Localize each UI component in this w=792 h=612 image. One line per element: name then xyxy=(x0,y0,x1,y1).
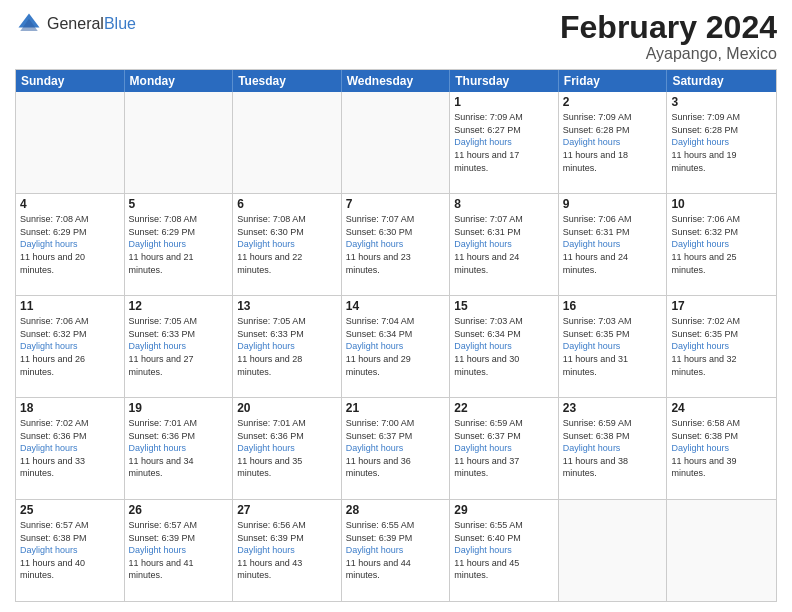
daylight-label: Daylight hours xyxy=(563,443,621,453)
calendar-cell: 3Sunrise: 7:09 AMSunset: 6:28 PMDaylight… xyxy=(667,92,776,193)
daylight-label: Daylight hours xyxy=(237,545,295,555)
cell-info: Sunrise: 7:06 AMSunset: 6:31 PMDaylight … xyxy=(563,213,663,276)
calendar-cell xyxy=(233,92,342,193)
daylight-label: Daylight hours xyxy=(563,239,621,249)
daylight-label: Daylight hours xyxy=(454,239,512,249)
logo-icon xyxy=(15,10,43,38)
calendar-cell: 28Sunrise: 6:55 AMSunset: 6:39 PMDayligh… xyxy=(342,500,451,601)
cell-date: 25 xyxy=(20,503,120,517)
cell-info: Sunrise: 7:08 AMSunset: 6:29 PMDaylight … xyxy=(129,213,229,276)
cell-date: 22 xyxy=(454,401,554,415)
cell-info: Sunrise: 6:56 AMSunset: 6:39 PMDaylight … xyxy=(237,519,337,582)
cell-date: 6 xyxy=(237,197,337,211)
daylight-label: Daylight hours xyxy=(671,239,729,249)
cell-date: 10 xyxy=(671,197,772,211)
cell-info: Sunrise: 6:58 AMSunset: 6:38 PMDaylight … xyxy=(671,417,772,480)
calendar-cell: 1Sunrise: 7:09 AMSunset: 6:27 PMDaylight… xyxy=(450,92,559,193)
cell-info: Sunrise: 7:08 AMSunset: 6:29 PMDaylight … xyxy=(20,213,120,276)
day-headers: SundayMondayTuesdayWednesdayThursdayFrid… xyxy=(16,70,776,92)
daylight-label: Daylight hours xyxy=(346,545,404,555)
calendar-cell: 26Sunrise: 6:57 AMSunset: 6:39 PMDayligh… xyxy=(125,500,234,601)
cell-info: Sunrise: 7:06 AMSunset: 6:32 PMDaylight … xyxy=(671,213,772,276)
cell-date: 18 xyxy=(20,401,120,415)
cell-info: Sunrise: 7:00 AMSunset: 6:37 PMDaylight … xyxy=(346,417,446,480)
cell-info: Sunrise: 6:59 AMSunset: 6:38 PMDaylight … xyxy=(563,417,663,480)
cell-date: 15 xyxy=(454,299,554,313)
cell-date: 28 xyxy=(346,503,446,517)
daylight-label: Daylight hours xyxy=(454,545,512,555)
cell-date: 19 xyxy=(129,401,229,415)
day-header-wednesday: Wednesday xyxy=(342,70,451,92)
calendar-cell: 21Sunrise: 7:00 AMSunset: 6:37 PMDayligh… xyxy=(342,398,451,499)
cell-date: 17 xyxy=(671,299,772,313)
calendar-cell: 16Sunrise: 7:03 AMSunset: 6:35 PMDayligh… xyxy=(559,296,668,397)
calendar-cell xyxy=(667,500,776,601)
daylight-label: Daylight hours xyxy=(346,443,404,453)
cell-info: Sunrise: 7:09 AMSunset: 6:27 PMDaylight … xyxy=(454,111,554,174)
calendar-row-3: 11Sunrise: 7:06 AMSunset: 6:32 PMDayligh… xyxy=(16,296,776,398)
cell-date: 2 xyxy=(563,95,663,109)
cell-info: Sunrise: 7:06 AMSunset: 6:32 PMDaylight … xyxy=(20,315,120,378)
calendar: SundayMondayTuesdayWednesdayThursdayFrid… xyxy=(15,69,777,602)
cell-info: Sunrise: 7:05 AMSunset: 6:33 PMDaylight … xyxy=(237,315,337,378)
calendar-cell: 20Sunrise: 7:01 AMSunset: 6:36 PMDayligh… xyxy=(233,398,342,499)
cell-info: Sunrise: 7:01 AMSunset: 6:36 PMDaylight … xyxy=(129,417,229,480)
cell-date: 23 xyxy=(563,401,663,415)
cell-info: Sunrise: 7:04 AMSunset: 6:34 PMDaylight … xyxy=(346,315,446,378)
calendar-cell: 23Sunrise: 6:59 AMSunset: 6:38 PMDayligh… xyxy=(559,398,668,499)
daylight-label: Daylight hours xyxy=(346,341,404,351)
calendar-cell: 6Sunrise: 7:08 AMSunset: 6:30 PMDaylight… xyxy=(233,194,342,295)
cell-info: Sunrise: 6:55 AMSunset: 6:39 PMDaylight … xyxy=(346,519,446,582)
calendar-cell: 4Sunrise: 7:08 AMSunset: 6:29 PMDaylight… xyxy=(16,194,125,295)
day-header-friday: Friday xyxy=(559,70,668,92)
daylight-label: Daylight hours xyxy=(671,341,729,351)
cell-date: 21 xyxy=(346,401,446,415)
cell-info: Sunrise: 7:07 AMSunset: 6:31 PMDaylight … xyxy=(454,213,554,276)
calendar-cell: 8Sunrise: 7:07 AMSunset: 6:31 PMDaylight… xyxy=(450,194,559,295)
calendar-cell: 19Sunrise: 7:01 AMSunset: 6:36 PMDayligh… xyxy=(125,398,234,499)
cell-date: 16 xyxy=(563,299,663,313)
cell-info: Sunrise: 7:03 AMSunset: 6:34 PMDaylight … xyxy=(454,315,554,378)
calendar-cell: 14Sunrise: 7:04 AMSunset: 6:34 PMDayligh… xyxy=(342,296,451,397)
cell-date: 7 xyxy=(346,197,446,211)
logo-general: General xyxy=(47,15,104,32)
cell-date: 1 xyxy=(454,95,554,109)
calendar-cell: 25Sunrise: 6:57 AMSunset: 6:38 PMDayligh… xyxy=(16,500,125,601)
logo-text: GeneralBlue xyxy=(47,15,136,33)
calendar-row-4: 18Sunrise: 7:02 AMSunset: 6:36 PMDayligh… xyxy=(16,398,776,500)
cell-info: Sunrise: 6:59 AMSunset: 6:37 PMDaylight … xyxy=(454,417,554,480)
daylight-label: Daylight hours xyxy=(20,545,78,555)
cell-info: Sunrise: 6:57 AMSunset: 6:39 PMDaylight … xyxy=(129,519,229,582)
calendar-cell: 29Sunrise: 6:55 AMSunset: 6:40 PMDayligh… xyxy=(450,500,559,601)
cell-date: 13 xyxy=(237,299,337,313)
header: GeneralBlue February 2024 Ayapango, Mexi… xyxy=(15,10,777,63)
day-header-saturday: Saturday xyxy=(667,70,776,92)
calendar-row-2: 4Sunrise: 7:08 AMSunset: 6:29 PMDaylight… xyxy=(16,194,776,296)
daylight-label: Daylight hours xyxy=(454,137,512,147)
calendar-cell: 2Sunrise: 7:09 AMSunset: 6:28 PMDaylight… xyxy=(559,92,668,193)
cell-date: 3 xyxy=(671,95,772,109)
daylight-label: Daylight hours xyxy=(671,137,729,147)
cell-date: 27 xyxy=(237,503,337,517)
cell-info: Sunrise: 7:09 AMSunset: 6:28 PMDaylight … xyxy=(563,111,663,174)
calendar-cell: 17Sunrise: 7:02 AMSunset: 6:35 PMDayligh… xyxy=(667,296,776,397)
logo-blue: Blue xyxy=(104,15,136,32)
cell-date: 12 xyxy=(129,299,229,313)
calendar-cell: 12Sunrise: 7:05 AMSunset: 6:33 PMDayligh… xyxy=(125,296,234,397)
daylight-label: Daylight hours xyxy=(20,341,78,351)
cell-info: Sunrise: 6:55 AMSunset: 6:40 PMDaylight … xyxy=(454,519,554,582)
daylight-label: Daylight hours xyxy=(671,443,729,453)
calendar-cell: 15Sunrise: 7:03 AMSunset: 6:34 PMDayligh… xyxy=(450,296,559,397)
calendar-cell: 24Sunrise: 6:58 AMSunset: 6:38 PMDayligh… xyxy=(667,398,776,499)
cell-date: 20 xyxy=(237,401,337,415)
daylight-label: Daylight hours xyxy=(129,239,187,249)
cell-date: 11 xyxy=(20,299,120,313)
logo: GeneralBlue xyxy=(15,10,136,38)
calendar-cell: 9Sunrise: 7:06 AMSunset: 6:31 PMDaylight… xyxy=(559,194,668,295)
calendar-cell: 10Sunrise: 7:06 AMSunset: 6:32 PMDayligh… xyxy=(667,194,776,295)
calendar-cell: 22Sunrise: 6:59 AMSunset: 6:37 PMDayligh… xyxy=(450,398,559,499)
daylight-label: Daylight hours xyxy=(237,239,295,249)
title-area: February 2024 Ayapango, Mexico xyxy=(560,10,777,63)
cell-date: 8 xyxy=(454,197,554,211)
daylight-label: Daylight hours xyxy=(129,443,187,453)
